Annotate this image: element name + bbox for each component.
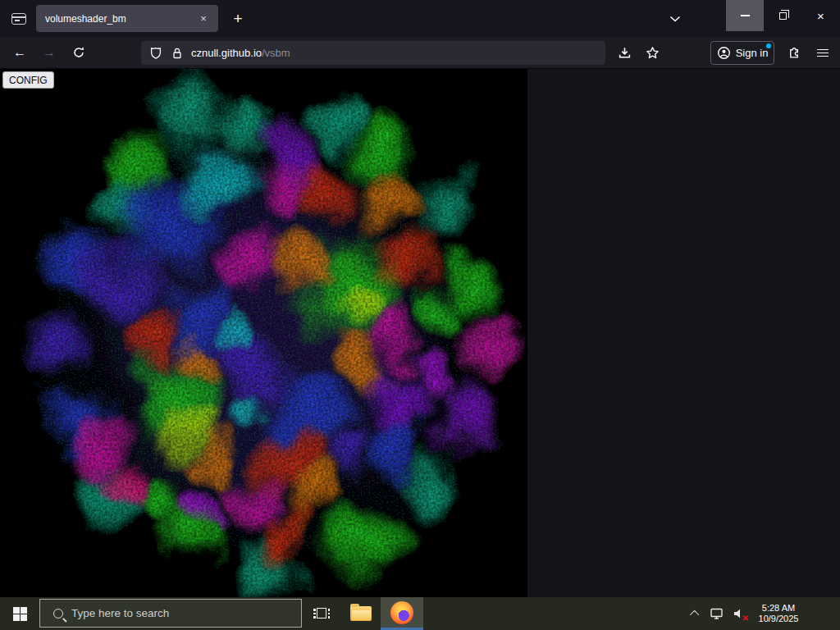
webgl-canvas[interactable]: CONFIG — [0, 69, 527, 597]
restore-icon — [779, 12, 787, 20]
firefox-icon — [390, 601, 413, 624]
task-view-icon — [313, 607, 330, 620]
hamburger-icon — [817, 49, 829, 57]
forward-button[interactable]: → — [38, 41, 61, 64]
close-window-button[interactable]: × — [801, 0, 840, 31]
clock-time: 5:28 AM — [762, 603, 795, 614]
new-tab-button[interactable]: + — [226, 7, 249, 30]
tab-volumeshader[interactable]: volumeshader_bm × — [36, 5, 218, 32]
back-button[interactable]: ← — [8, 41, 31, 64]
clock-date: 10/9/2025 — [759, 614, 799, 624]
config-button[interactable]: CONFIG — [2, 71, 54, 89]
network-icon — [710, 607, 724, 620]
taskbar: ✕ 5:28 AM 10/9/2025 1 — [0, 597, 840, 630]
task-view-button[interactable] — [302, 597, 341, 630]
close-icon: × — [817, 9, 824, 23]
tab-close-icon[interactable]: × — [195, 11, 212, 27]
search-icon — [53, 609, 63, 619]
page-content: CONFIG — [0, 69, 840, 597]
chevron-down-icon — [669, 16, 681, 22]
list-all-tabs-button[interactable] — [663, 7, 687, 30]
search-input[interactable] — [71, 607, 276, 619]
fractal-render — [0, 69, 527, 597]
sign-in-label: Sign in — [736, 47, 769, 59]
extensions-button[interactable] — [781, 41, 806, 65]
reload-icon — [72, 46, 85, 59]
shield-icon[interactable] — [149, 47, 162, 60]
puzzle-icon — [787, 46, 801, 60]
star-icon — [646, 46, 660, 60]
minimize-icon — [741, 15, 750, 16]
restore-button[interactable] — [764, 0, 801, 31]
start-button[interactable] — [0, 597, 39, 630]
downloads-button[interactable] — [612, 41, 637, 65]
notification-dot — [766, 43, 771, 48]
sign-in-button[interactable]: Sign in — [710, 41, 774, 65]
url-bar[interactable]: cznull.github.io/vsbm — [141, 41, 605, 65]
browser-titlebar: volumeshader_bm × + × — [0, 0, 840, 37]
network-tray-button[interactable] — [705, 597, 728, 630]
firefox-view-icon — [11, 13, 26, 25]
url-host: cznull.github.io — [191, 47, 262, 59]
reload-button[interactable] — [67, 41, 90, 64]
download-icon — [618, 46, 632, 60]
tray-show-hidden-button[interactable] — [686, 597, 705, 630]
account-icon — [717, 46, 731, 60]
screen: volumeshader_bm × + × ← → — [0, 0, 840, 630]
folder-icon — [350, 606, 372, 621]
file-explorer-button[interactable] — [341, 597, 381, 630]
taskbar-search-box[interactable] — [39, 599, 302, 628]
lock-icon[interactable] — [171, 47, 184, 60]
taskbar-clock[interactable]: 5:28 AM 10/9/2025 — [748, 597, 809, 630]
bookmark-button[interactable] — [640, 41, 664, 65]
firefox-taskbar-button[interactable] — [381, 597, 423, 630]
browser-navbar: ← → cznull.github.io/vsbm — [0, 37, 840, 69]
url-path: /vsbm — [262, 47, 290, 59]
app-menu-button[interactable] — [810, 41, 835, 65]
chevron-up-icon — [690, 610, 699, 619]
firefox-view-button[interactable] — [7, 8, 31, 30]
windows-logo-icon — [13, 607, 27, 621]
tab-title: volumeshader_bm — [45, 13, 195, 25]
minimize-button[interactable] — [726, 0, 764, 31]
volume-tray-button[interactable]: ✕ — [728, 597, 750, 630]
